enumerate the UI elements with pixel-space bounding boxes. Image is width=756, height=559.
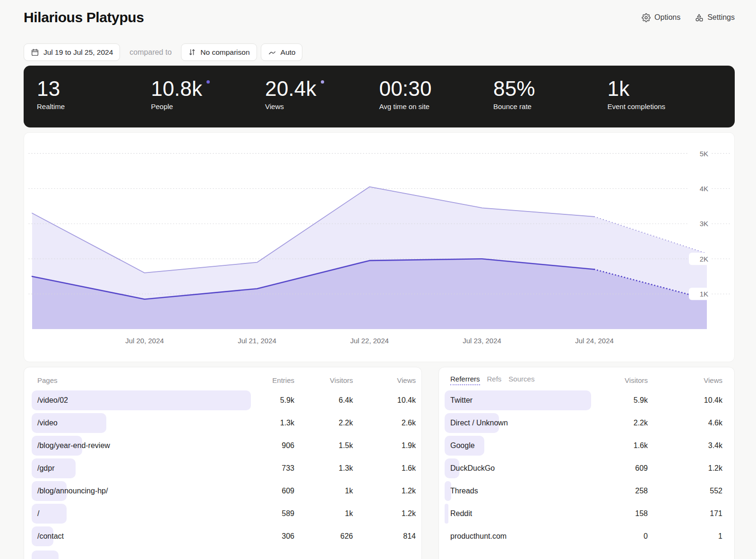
traffic-chart[interactable]: 1K2K3K4K5KJul 20, 2024Jul 21, 2024Jul 22… [24,132,735,362]
stat-event-completions[interactable]: 1k Event completions [608,78,722,127]
row-views: 2.6k [353,419,416,427]
referrers-header: Referrers Refs Sources Visitors Views [445,375,722,385]
row-label: Reddit [445,504,591,524]
page-title: Hilarious Platypus [24,9,144,25]
row-label-cell: /contact [32,526,251,546]
row-label: Twitter [445,390,591,410]
stat-realtime[interactable]: 13 Realtime [37,78,151,127]
table-row[interactable]: DuckDuckGo6091.2k [445,457,722,480]
row-label-cell: Threads [445,481,591,501]
referrers-card: Referrers Refs Sources Visitors Views Tw… [438,367,735,559]
row-views: 171 [648,509,722,518]
ytick-label: 2K [700,255,708,263]
table-row[interactable]: /gdpr7331.3k1.6k [32,457,416,480]
row-label: /blog/year-end-review [32,436,251,456]
table-row[interactable]: /contact306626814 [32,525,416,548]
tab-sources[interactable]: Sources [508,375,534,383]
ytick-label: 1K [700,290,708,298]
table-row[interactable]: Threads258552 [445,480,722,502]
partial-next-row-bar [32,551,59,559]
ytick-label: 3K [700,220,708,228]
visitors-column-header: Visitors [294,376,353,384]
table-row[interactable]: Direct / Unknown2.2k4.6k [445,412,722,434]
views-column-header: Views [353,376,416,384]
row-visitors: 609 [591,464,648,473]
tab-refs[interactable]: Refs [487,375,502,383]
row-label-cell: /video [32,413,251,433]
stat-label: Views [265,102,379,110]
xtick-label: Jul 21, 2024 [238,337,276,345]
xtick-label: Jul 20, 2024 [125,337,164,345]
pages-card: Pages Entries Visitors Views /video/025.… [24,367,422,559]
row-visitors: 1.3k [294,464,353,473]
row-visitors: 2.2k [591,419,648,427]
views-series-dot [321,80,324,84]
row-entries: 609 [251,487,294,495]
table-row[interactable]: Google1.6k3.4k [445,434,722,457]
settings-label: Settings [707,13,735,22]
row-label-cell: /blog/year-end-review [32,436,251,456]
tab-referrers[interactable]: Referrers [450,375,480,385]
row-views: 552 [648,487,722,495]
row-label: Direct / Unknown [445,413,591,433]
row-label-cell: /video/02 [32,390,251,410]
table-row[interactable]: Reddit158171 [445,502,722,525]
comparison-label: No comparison [200,48,249,57]
stat-people[interactable]: 10.8k People [151,78,266,127]
row-visitors: 1k [294,509,353,518]
trend-line-icon [268,48,276,57]
table-row[interactable]: /blog/announcing-hp/6091k1.2k [32,480,416,502]
row-label: /video/02 [32,390,251,410]
xtick-label: Jul 22, 2024 [350,337,389,345]
row-label-cell: Direct / Unknown [445,413,591,433]
compared-to-label: compared to [129,48,172,57]
row-label: producthunt.com [445,526,591,546]
row-visitors: 1.5k [294,441,353,450]
stat-views[interactable]: 20.4k Views [265,78,379,127]
options-button[interactable]: Options [642,13,680,22]
row-views: 4.6k [648,419,722,427]
table-row[interactable]: /video1.3k2.2k2.6k [32,412,416,434]
referrers-rows: Twitter5.9k10.4kDirect / Unknown2.2k4.6k… [445,389,722,548]
table-row[interactable]: /5891k1.2k [32,502,416,525]
row-label-cell: /blog/announcing-hp/ [32,481,251,501]
table-row[interactable]: Twitter5.9k10.4k [445,389,722,412]
row-label: Google [445,436,591,456]
row-label: /gdpr [32,458,251,478]
row-entries: 1.3k [251,419,294,427]
row-visitors: 2.2k [294,419,353,427]
comparison-button[interactable]: No comparison [181,43,257,61]
interval-button[interactable]: Auto [261,43,303,61]
row-entries: 5.9k [251,396,294,405]
date-range-picker[interactable]: Jul 19 to Jul 25, 2024 [24,43,120,61]
stat-bounce-rate[interactable]: 85% Bounce rate [493,78,608,127]
pages-header: Pages Entries Visitors Views [32,375,416,385]
row-visitors: 1.6k [591,441,648,450]
table-row[interactable]: /video/025.9k6.4k10.4k [32,389,416,412]
stat-label: People [151,102,266,110]
row-visitors: 258 [591,487,648,495]
options-label: Options [654,13,680,22]
stat-value: 1k [608,77,630,100]
row-visitors: 158 [591,509,648,518]
breakdown-tables: Pages Entries Visitors Views /video/025.… [24,367,735,559]
filter-row: Jul 19 to Jul 25, 2024 compared to No co… [24,43,735,61]
stat-label: Avg time on site [379,102,494,110]
row-label: /contact [32,526,251,546]
ytick-label: 5K [700,150,708,158]
row-views: 1.2k [353,509,416,518]
row-label: /video [32,413,251,433]
row-entries: 589 [251,509,294,518]
row-label-cell: Google [445,436,591,456]
row-label-cell: / [32,504,251,524]
visitors-column-header: Visitors [591,376,648,384]
calendar-icon [31,48,39,57]
stat-value: 85% [493,77,535,100]
stat-avg-time[interactable]: 00:30 Avg time on site [379,78,494,127]
referrers-tabs: Referrers Refs Sources [445,375,591,385]
table-row[interactable]: /blog/year-end-review9061.5k1.9k [32,434,416,457]
settings-button[interactable]: Settings [695,13,735,22]
table-row[interactable]: producthunt.com01 [445,525,722,548]
stat-label: Event completions [608,102,722,110]
row-views: 1.9k [353,441,416,450]
